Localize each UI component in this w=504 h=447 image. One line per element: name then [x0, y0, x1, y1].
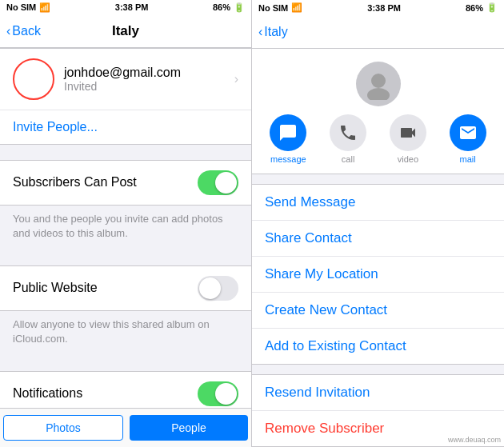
message-icon-circle — [270, 114, 306, 151]
video-label: video — [398, 154, 418, 164]
video-icon — [398, 123, 418, 142]
menu-share-location[interactable]: Share My Location — [252, 257, 504, 293]
public-website-row: Public Website — [0, 265, 251, 311]
mail-icon-circle — [450, 114, 486, 151]
action-video[interactable]: video — [390, 114, 426, 164]
menu-send-message[interactable]: Send Message — [252, 185, 504, 221]
right-back-chevron-icon: ‹ — [258, 25, 262, 39]
mail-label: mail — [460, 154, 476, 164]
row-chevron-icon: › — [234, 72, 238, 86]
notifications-label: Notifications — [13, 386, 82, 401]
tab-people[interactable]: People — [130, 415, 248, 441]
back-label[interactable]: Back — [12, 24, 41, 38]
subscribers-description: You and the people you invite can add ph… — [0, 206, 251, 250]
action-buttons-row: message call video — [252, 114, 504, 164]
contact-email: jonhdoe@gmail.com — [64, 66, 234, 80]
avatar-icon — [362, 68, 394, 100]
toggle-knob — [215, 172, 237, 194]
left-battery: 86% — [213, 2, 230, 12]
subscribers-row: Subscribers Can Post — [0, 160, 251, 206]
contact-avatar-section: message call video — [252, 49, 504, 174]
gap1 — [0, 145, 251, 160]
contact-row[interactable]: jonhdoe@gmail.com Invited › — [0, 49, 251, 110]
invite-row: Invite People... — [0, 110, 251, 144]
left-status-left: No SIM 📶 — [6, 2, 50, 13]
right-battery: 86% — [466, 3, 483, 13]
tab-photos-label: Photos — [46, 421, 81, 434]
call-icon-circle — [330, 114, 366, 151]
call-label: call — [342, 154, 355, 164]
left-time: 3:38 PM — [115, 2, 149, 12]
left-nav-title: Italy — [112, 23, 139, 39]
subscribers-toggle[interactable] — [198, 170, 238, 195]
right-battery-icon: 🔋 — [486, 2, 498, 13]
toggle-knob3 — [215, 383, 237, 405]
invite-link[interactable]: Invite People... — [13, 120, 98, 134]
tab-photos[interactable]: Photos — [3, 415, 123, 441]
wifi-icon: 📶 — [39, 2, 50, 13]
action-message[interactable]: message — [270, 114, 306, 164]
toggle-knob2 — [199, 277, 221, 299]
battery-icon: 🔋 — [234, 2, 245, 13]
right-status-left: No SIM 📶 — [258, 2, 302, 13]
svg-point-1 — [367, 88, 390, 100]
right-time: 3:38 PM — [367, 3, 401, 13]
right-back-label[interactable]: Italy — [264, 25, 287, 39]
contact-circle — [13, 58, 54, 100]
tab-people-label: People — [171, 421, 206, 434]
mail-icon — [458, 123, 478, 142]
contact-section: jonhdoe@gmail.com Invited › Invite Peopl… — [0, 48, 251, 145]
action-mail[interactable]: mail — [450, 114, 486, 164]
left-nav-bar: ‹ Back Italy — [0, 15, 251, 48]
menu-share-contact[interactable]: Share Contact — [252, 221, 504, 257]
right-carrier: No SIM — [258, 3, 288, 13]
right-back-button[interactable]: ‹ Italy — [258, 25, 288, 39]
right-status-right: 86% 🔋 — [466, 2, 498, 13]
message-label: message — [270, 154, 306, 164]
contact-info: jonhdoe@gmail.com Invited — [64, 66, 234, 93]
public-website-label: Public Website — [13, 281, 98, 295]
watermark: www.deuaq.com — [448, 436, 501, 444]
right-wifi-icon: 📶 — [291, 2, 302, 13]
gap2 — [0, 250, 251, 265]
call-icon — [338, 123, 358, 142]
left-status-right: 86% 🔋 — [213, 2, 245, 13]
public-website-description: Allow anyone to view this shared album o… — [0, 311, 251, 356]
back-button[interactable]: ‹ Back — [6, 24, 41, 38]
menu-add-existing[interactable]: Add to Existing Contact — [252, 329, 504, 364]
left-panel: No SIM 📶 3:38 PM 86% 🔋 ‹ Back Italy jonh… — [0, 0, 252, 447]
svg-point-0 — [371, 74, 386, 88]
public-website-setting: Public Website Allow anyone to view this… — [0, 265, 251, 356]
right-status-bar: No SIM 📶 3:38 PM 86% 🔋 — [252, 0, 504, 15]
right-nav-bar: ‹ Italy — [252, 15, 504, 49]
avatar — [356, 62, 401, 106]
bottom-tab-bar: Photos People — [0, 408, 251, 447]
action-call[interactable]: call — [330, 114, 366, 164]
left-status-bar: No SIM 📶 3:38 PM 86% 🔋 — [0, 0, 251, 15]
subscribers-setting: Subscribers Can Post You and the people … — [0, 160, 251, 250]
menu-section-1: Send Message Share Contact Share My Loca… — [252, 184, 504, 365]
menu-resend-invitation[interactable]: Resend Invitation — [252, 375, 504, 411]
left-carrier: No SIM — [6, 2, 36, 12]
contact-status: Invited — [64, 80, 234, 93]
menu-create-contact[interactable]: Create New Contact — [252, 293, 504, 329]
public-website-toggle[interactable] — [198, 276, 238, 301]
gap3 — [0, 356, 251, 371]
message-icon — [278, 123, 298, 142]
notifications-toggle[interactable] — [198, 381, 238, 406]
video-icon-circle — [390, 114, 426, 151]
right-panel: No SIM 📶 3:38 PM 86% 🔋 ‹ Italy — [252, 0, 504, 447]
subscribers-label: Subscribers Can Post — [13, 175, 137, 190]
back-chevron-icon: ‹ — [6, 24, 10, 38]
